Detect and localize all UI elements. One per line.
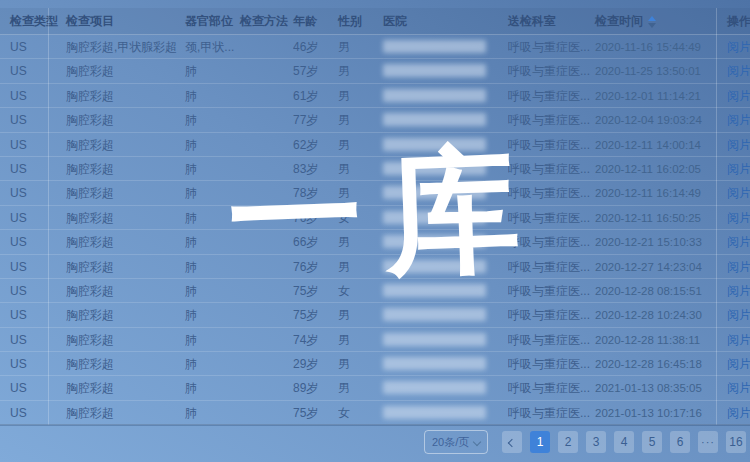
prev-page-button[interactable] xyxy=(502,431,522,453)
cell-hospital-redacted-blur xyxy=(383,211,486,224)
cell-hospital-redacted-blur xyxy=(383,406,486,419)
cell-exam-time: 2020-12-28 16:45:18 xyxy=(595,352,713,376)
cell-organ: 肺 xyxy=(185,206,239,230)
cell-method xyxy=(240,328,292,352)
view-images-link[interactable]: 阅片 xyxy=(727,113,750,127)
col-header-exam-type: 检查类型 xyxy=(10,8,58,35)
cell-exam-item: 胸腔彩超 xyxy=(66,255,184,279)
cell-organ: 肺 xyxy=(185,303,239,327)
cell-exam-item: 胸腔彩超 xyxy=(66,157,184,181)
cell-organ: 颈,甲状... xyxy=(185,35,239,59)
fixed-left-column-divider xyxy=(48,8,49,425)
cell-sex: 男 xyxy=(338,108,378,132)
cell-exam-time: 2020-12-11 16:14:49 xyxy=(595,181,713,205)
cell-organ: 肺 xyxy=(185,84,239,108)
cell-sex: 男 xyxy=(338,35,378,59)
cell-exam-type: US xyxy=(10,328,60,352)
cell-dept: 呼吸与重症医... xyxy=(508,206,594,230)
table-row: US 胸腔彩超 肺 62岁 男 呼吸与重症医... 2020-12-11 14:… xyxy=(0,133,750,157)
page-button-16[interactable]: 16 xyxy=(726,431,746,453)
cell-organ: 肺 xyxy=(185,108,239,132)
page-button-1[interactable]: 1 xyxy=(530,431,550,453)
page-button-3[interactable]: 3 xyxy=(586,431,606,453)
chevron-down-icon xyxy=(473,438,481,446)
cell-method xyxy=(240,157,292,181)
sort-desc-icon[interactable] xyxy=(648,23,656,28)
view-images-link[interactable]: 阅片 xyxy=(727,235,750,249)
view-images-link[interactable]: 阅片 xyxy=(727,260,750,274)
view-images-link[interactable]: 阅片 xyxy=(727,381,750,395)
cell-exam-type: US xyxy=(10,35,60,59)
cell-sex: 男 xyxy=(338,328,378,352)
cell-exam-time: 2020-12-11 14:00:14 xyxy=(595,133,713,157)
page-size-select[interactable]: 20条/页 xyxy=(424,430,488,454)
cell-dept: 呼吸与重症医... xyxy=(508,303,594,327)
cell-sex: 男 xyxy=(338,376,378,400)
cell-method xyxy=(240,303,292,327)
cell-age: 83岁 xyxy=(293,157,337,181)
col-header-exam-time[interactable]: 检查时间 xyxy=(595,8,656,35)
cell-dept: 呼吸与重症医... xyxy=(508,108,594,132)
cell-age: 46岁 xyxy=(293,35,337,59)
chevron-left-icon xyxy=(508,439,516,447)
cell-age: 75岁 xyxy=(293,279,337,303)
view-images-link[interactable]: 阅片 xyxy=(727,40,750,54)
sort-asc-icon[interactable] xyxy=(648,16,656,21)
cell-exam-item: 胸腔彩超 xyxy=(66,352,184,376)
page-button-2[interactable]: 2 xyxy=(558,431,578,453)
table-row: US 胸腔彩超 肺 61岁 男 呼吸与重症医... 2020-12-01 11:… xyxy=(0,84,750,108)
cell-hospital-redacted-blur xyxy=(383,113,486,126)
view-images-link[interactable]: 阅片 xyxy=(727,284,750,298)
view-images-link[interactable]: 阅片 xyxy=(727,333,750,347)
view-images-link[interactable]: 阅片 xyxy=(727,211,750,225)
table-row: US 胸腔彩超 肺 76岁 女 呼吸与重症医... 2020-12-11 16:… xyxy=(0,206,750,230)
cell-exam-time: 2020-12-27 14:23:04 xyxy=(595,255,713,279)
sort-icon[interactable] xyxy=(648,16,656,28)
view-images-link[interactable]: 阅片 xyxy=(727,138,750,152)
view-images-link[interactable]: 阅片 xyxy=(727,406,750,420)
more-pages-button[interactable]: ··· xyxy=(698,431,718,453)
page-button-5[interactable]: 5 xyxy=(642,431,662,453)
view-images-link[interactable]: 阅片 xyxy=(727,308,750,322)
page-button-4[interactable]: 4 xyxy=(614,431,634,453)
cell-sex: 男 xyxy=(338,84,378,108)
view-images-link[interactable]: 阅片 xyxy=(727,186,750,200)
cell-exam-time: 2020-12-28 10:24:30 xyxy=(595,303,713,327)
cell-organ: 肺 xyxy=(185,255,239,279)
cell-method xyxy=(240,133,292,157)
cell-hospital-redacted-blur xyxy=(383,64,486,77)
view-images-link[interactable]: 阅片 xyxy=(727,162,750,176)
view-images-link[interactable]: 阅片 xyxy=(727,64,750,78)
view-images-link[interactable]: 阅片 xyxy=(727,357,750,371)
cell-organ: 肺 xyxy=(185,401,239,425)
cell-exam-type: US xyxy=(10,133,60,157)
cell-age: 29岁 xyxy=(293,352,337,376)
cell-exam-type: US xyxy=(10,206,60,230)
cell-organ: 肺 xyxy=(185,376,239,400)
cell-dept: 呼吸与重症医... xyxy=(508,84,594,108)
cell-exam-time: 2020-12-28 11:38:11 xyxy=(595,328,713,352)
view-images-link[interactable]: 阅片 xyxy=(727,89,750,103)
cell-exam-type: US xyxy=(10,108,60,132)
cell-organ: 肺 xyxy=(185,230,239,254)
cell-sex: 男 xyxy=(338,303,378,327)
table-row: US 胸腔彩超 肺 29岁 男 呼吸与重症医... 2020-12-28 16:… xyxy=(0,352,750,376)
cell-dept: 呼吸与重症医... xyxy=(508,35,594,59)
cell-dept: 呼吸与重症医... xyxy=(508,255,594,279)
cell-exam-item: 胸腔彩超 xyxy=(66,303,184,327)
cell-method xyxy=(240,401,292,425)
cell-hospital-redacted-blur xyxy=(383,284,486,297)
cell-exam-type: US xyxy=(10,230,60,254)
page-buttons: 123456···16 xyxy=(530,431,746,453)
cell-age: 57岁 xyxy=(293,59,337,83)
cell-hospital-redacted-blur xyxy=(383,357,486,370)
table-header: 检查类型 检查项目 器官部位 检查方法 年龄 性别 医院 送检科室 检查时间 操… xyxy=(0,8,750,35)
page-button-6[interactable]: 6 xyxy=(670,431,690,453)
cell-exam-time: 2020-12-21 15:10:33 xyxy=(595,230,713,254)
cell-sex: 男 xyxy=(338,157,378,181)
cell-dept: 呼吸与重症医... xyxy=(508,59,594,83)
cell-sex: 女 xyxy=(338,279,378,303)
cell-method xyxy=(240,35,292,59)
cell-age: 74岁 xyxy=(293,328,337,352)
cell-sex: 女 xyxy=(338,401,378,425)
